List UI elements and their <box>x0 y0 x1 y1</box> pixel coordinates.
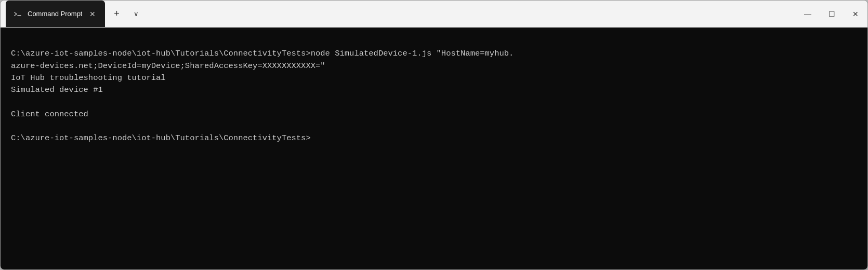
tab-label: Command Prompt <box>28 10 82 18</box>
tab-area: Command Prompt ✕ + ∨ <box>6 1 796 27</box>
terminal-line: azure-devices.net;DeviceId=myDevice;Shar… <box>11 60 857 72</box>
terminal-line: C:\azure-iot-samples-node\iot-hub\Tutori… <box>11 48 857 60</box>
terminal-body[interactable]: C:\azure-iot-samples-node\iot-hub\Tutori… <box>1 28 867 269</box>
terminal-line <box>11 144 857 156</box>
close-window-button[interactable]: ✕ <box>844 1 867 27</box>
terminal-icon <box>13 9 22 19</box>
maximize-button[interactable]: ☐ <box>820 1 844 27</box>
minimize-button[interactable]: — <box>796 1 820 27</box>
terminal-line <box>11 120 857 132</box>
terminal-window: Command Prompt ✕ + ∨ — ☐ ✕ C:\azure-iot-… <box>0 0 868 270</box>
window-controls: — ☐ ✕ <box>796 1 867 27</box>
terminal-line: Client connected <box>11 109 857 120</box>
titlebar: Command Prompt ✕ + ∨ — ☐ ✕ <box>1 1 867 28</box>
new-tab-button[interactable]: + <box>107 5 126 23</box>
dropdown-button[interactable]: ∨ <box>127 5 146 23</box>
terminal-line: IoT Hub troubleshooting tutorial <box>11 72 857 84</box>
terminal-output: C:\azure-iot-samples-node\iot-hub\Tutori… <box>11 36 857 157</box>
tab-close-button[interactable]: ✕ <box>87 9 98 19</box>
terminal-line <box>11 96 857 108</box>
terminal-line: C:\azure-iot-samples-node\iot-hub\Tutori… <box>11 132 857 144</box>
tab-command-prompt[interactable]: Command Prompt ✕ <box>6 1 105 27</box>
terminal-line: Simulated device #1 <box>11 84 857 96</box>
terminal-line <box>11 36 857 48</box>
svg-rect-0 <box>13 9 22 19</box>
